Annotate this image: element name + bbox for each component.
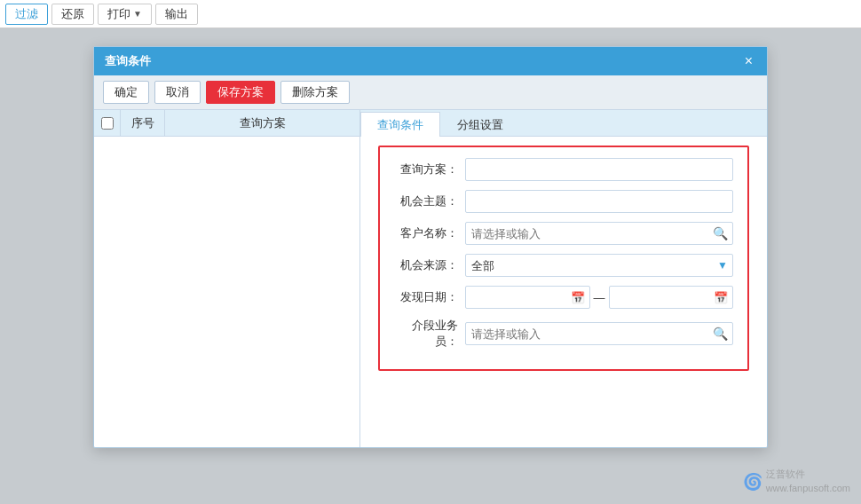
modal-toolbar: 确定 取消 保存方案 删除方案 (94, 75, 767, 110)
form-row-client: 客户名称： 🔍 (394, 222, 733, 245)
client-search-icon[interactable]: 🔍 (713, 226, 728, 240)
client-input[interactable] (465, 222, 733, 245)
select-all-checkbox[interactable] (101, 117, 114, 130)
staff-search-icon[interactable]: 🔍 (713, 327, 728, 341)
right-panel: 查询条件 分组设置 查询方案： (360, 110, 767, 447)
date-end-wrap: 📅 (609, 286, 734, 309)
left-panel: 序号 查询方案 (94, 110, 360, 447)
toolbar: 过滤 还原 打印 ▼ 输出 (0, 0, 861, 28)
save-scheme-button[interactable]: 保存方案 (206, 81, 275, 104)
print-button[interactable]: 打印 ▼ (98, 4, 152, 25)
label-source: 机会来源： (394, 257, 465, 273)
main-area: 查询条件 × 确定 取消 保存方案 删除方案 序号 (0, 28, 861, 504)
client-input-wrap: 🔍 (465, 222, 733, 245)
scheme-input[interactable] (465, 158, 733, 181)
modal-title: 查询条件 (105, 53, 151, 69)
modal-header: 查询条件 × (94, 47, 767, 75)
date-start-calendar-icon[interactable]: 📅 (571, 291, 585, 304)
watermark-logo-icon: 🌀 (743, 472, 762, 492)
date-start-wrap: 📅 (465, 286, 590, 309)
form-row-source: 机会来源： 全部 电话 网络 推荐 其他 ▼ (394, 254, 733, 277)
header-name-col: 查询方案 (165, 115, 359, 131)
source-select[interactable]: 全部 电话 网络 推荐 其他 (465, 254, 733, 277)
source-select-wrap: 全部 电话 网络 推荐 其他 ▼ (465, 254, 733, 277)
modal-body: 序号 查询方案 查询条件 分组设置 (94, 110, 767, 447)
header-checkbox-col (94, 110, 121, 136)
delete-scheme-button[interactable]: 删除方案 (280, 81, 350, 104)
form-row-topic: 机会主题： (394, 190, 733, 213)
watermark: 🌀 泛普软件 www.fanpusoft.com (743, 468, 850, 495)
watermark-text: 泛普软件 www.fanpusoft.com (766, 468, 850, 495)
export-button[interactable]: 输出 (155, 4, 198, 25)
date-end-calendar-icon[interactable]: 📅 (714, 291, 728, 304)
date-separator: — (594, 291, 605, 304)
modal-overlay: 查询条件 × 确定 取消 保存方案 删除方案 序号 (0, 28, 861, 504)
label-staff: 介段业务员： (394, 318, 465, 350)
header-num-col: 序号 (121, 110, 165, 136)
staff-input-wrap: 🔍 (465, 322, 733, 345)
scheme-list (94, 137, 359, 447)
label-topic: 机会主题： (394, 193, 465, 209)
watermark-brand: 泛普软件 (766, 468, 850, 481)
label-scheme: 查询方案： (394, 161, 465, 177)
table-header: 序号 查询方案 (94, 110, 359, 137)
label-client: 客户名称： (394, 225, 465, 241)
form-inner: 查询方案： 机会主题： 客户名称： (378, 146, 749, 371)
label-date: 发现日期： (394, 289, 465, 305)
modal-close-button[interactable]: × (741, 54, 756, 68)
watermark-url: www.fanpusoft.com (766, 482, 850, 495)
date-range-wrap: 📅 — 📅 (465, 286, 733, 309)
form-row-staff: 介段业务员： 🔍 (394, 318, 733, 350)
form-area: 查询方案： 机会主题： 客户名称： (360, 137, 767, 447)
cancel-button[interactable]: 取消 (154, 81, 201, 104)
form-row-date: 发现日期： 📅 — 📅 (394, 286, 733, 309)
filter-button[interactable]: 过滤 (5, 4, 48, 25)
confirm-button[interactable]: 确定 (103, 81, 149, 104)
form-row-scheme: 查询方案： (394, 158, 733, 181)
query-conditions-modal: 查询条件 × 确定 取消 保存方案 删除方案 序号 (93, 46, 768, 448)
tab-group-settings[interactable]: 分组设置 (440, 112, 520, 137)
topic-input[interactable] (465, 190, 733, 213)
staff-input[interactable] (465, 322, 733, 345)
restore-button[interactable]: 还原 (51, 4, 94, 25)
tab-bar: 查询条件 分组设置 (360, 110, 767, 137)
print-dropdown-arrow[interactable]: ▼ (133, 9, 142, 19)
tab-query-conditions[interactable]: 查询条件 (360, 112, 440, 137)
